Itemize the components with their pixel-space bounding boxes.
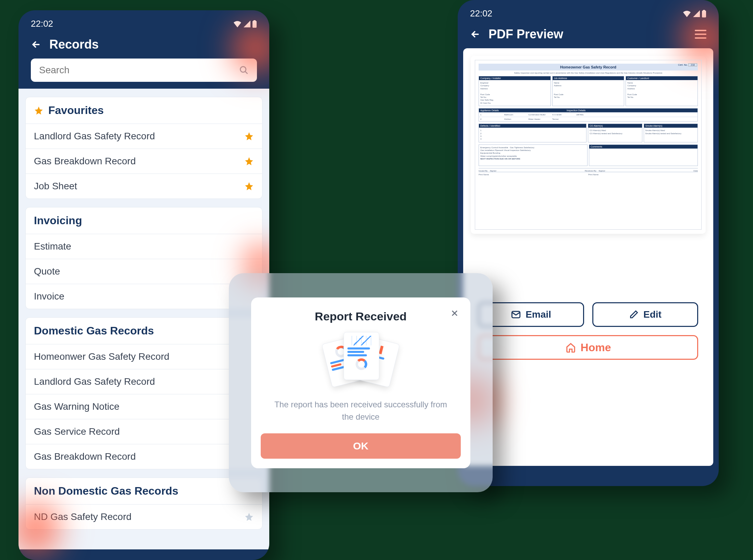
- svg-rect-3: [702, 11, 706, 17]
- star-icon[interactable]: [244, 156, 254, 166]
- list-item[interactable]: Landlord Gas Safety Record: [26, 124, 262, 149]
- home-icon: [566, 342, 576, 353]
- pdf-title: Homeowner Gas Safety Record: [479, 64, 698, 71]
- page-title: Records: [49, 37, 99, 52]
- status-bar: 22:02: [18, 10, 269, 33]
- battery-icon: [702, 10, 706, 17]
- modal-title: Report Received: [261, 310, 461, 323]
- list-item[interactable]: Homeonwer Gas Safety Record: [26, 344, 262, 369]
- list-item[interactable]: Gas Service Record: [26, 419, 262, 444]
- back-icon[interactable]: [470, 29, 480, 39]
- list-item[interactable]: Gas Warning Notice: [26, 394, 262, 419]
- page-title: PDF Preview: [489, 27, 563, 41]
- section-heading: Invoicing: [34, 214, 82, 227]
- edit-icon: [629, 310, 639, 319]
- svg-rect-0: [252, 21, 257, 28]
- back-icon[interactable]: [31, 39, 41, 50]
- star-icon[interactable]: [244, 512, 254, 522]
- home-button[interactable]: Home: [478, 335, 698, 360]
- signal-icon: [243, 21, 251, 27]
- list-item[interactable]: Gas Breakdown Record: [26, 149, 262, 174]
- modal-message: The report has been received successfull…: [261, 398, 461, 423]
- section-heading: Non Domestic Gas Records: [34, 485, 178, 497]
- email-icon: [511, 310, 521, 319]
- list-item[interactable]: ND Gas Safety Record: [26, 505, 262, 529]
- list-item[interactable]: Landlord Gas Safety Record: [26, 369, 262, 394]
- status-icons: [233, 20, 257, 28]
- close-icon[interactable]: [450, 308, 459, 318]
- svg-rect-1: [254, 20, 256, 21]
- svg-rect-4: [703, 10, 705, 11]
- section-heading: Domestic Gas Records: [34, 324, 154, 337]
- non-domestic-section: Non Domestic Gas Records ND Gas Safety R…: [25, 478, 262, 530]
- wifi-icon: [682, 10, 691, 17]
- section-heading: Favourites: [48, 104, 104, 117]
- star-icon: [34, 106, 44, 115]
- domestic-section: Domestic Gas Records Homeonwer Gas Safet…: [25, 317, 262, 469]
- report-received-modal: Report Received The report has been rece…: [251, 297, 470, 468]
- list-item[interactable]: Gas Breakdown Record: [26, 444, 262, 469]
- status-time: 22:02: [470, 8, 492, 19]
- list-item[interactable]: Estimate: [26, 234, 262, 259]
- search-icon[interactable]: [239, 65, 249, 75]
- star-icon[interactable]: [244, 131, 254, 141]
- modal-illustration: [261, 330, 461, 388]
- preview-header: PDF Preview: [458, 23, 719, 48]
- preview-phone: 22:02 PDF Preview Cert. No. 218 Homeowne…: [458, 0, 719, 486]
- search-box[interactable]: [31, 59, 257, 82]
- records-header: Records: [18, 33, 269, 59]
- modal-overlay: Report Received The report has been rece…: [229, 273, 493, 492]
- pdf-preview[interactable]: Cert. No. 218 Homeowner Gas Safety Recor…: [471, 56, 706, 234]
- edit-button[interactable]: Edit: [592, 302, 698, 327]
- favourites-section: Favourites Landlord Gas Safety Record Ga…: [25, 97, 262, 199]
- status-icons: [682, 10, 706, 17]
- signal-icon: [693, 10, 700, 17]
- invoicing-section: Invoicing Estimate Quote Invoice: [25, 207, 262, 309]
- list-item[interactable]: Job Sheet: [26, 174, 262, 199]
- status-time: 22:02: [31, 18, 53, 29]
- list-item[interactable]: Invoice: [26, 284, 262, 309]
- menu-icon[interactable]: [695, 30, 706, 39]
- email-button[interactable]: Email: [478, 302, 584, 327]
- wifi-icon: [233, 21, 242, 27]
- battery-icon: [252, 20, 257, 28]
- star-icon[interactable]: [244, 181, 254, 191]
- list-item[interactable]: Quote: [26, 259, 262, 284]
- svg-point-2: [240, 67, 246, 72]
- search-input[interactable]: [39, 65, 239, 76]
- status-bar: 22:02: [458, 0, 719, 23]
- ok-button[interactable]: OK: [261, 433, 461, 459]
